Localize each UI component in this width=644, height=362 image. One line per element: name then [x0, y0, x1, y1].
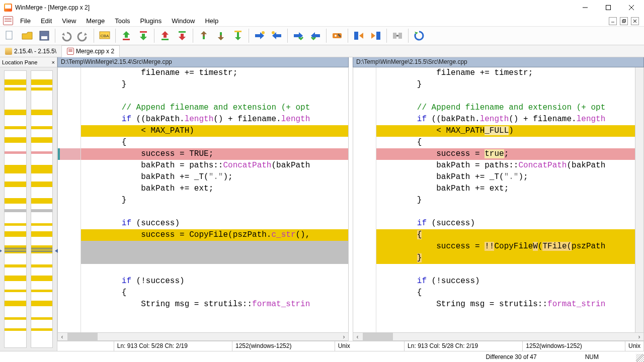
code-line[interactable]: bakPath += ext;	[81, 183, 348, 195]
code-line[interactable]: if ((bakPath.length() + filename.length	[376, 114, 635, 125]
location-strip-right[interactable]	[31, 70, 53, 348]
toolbar-jump-down-button[interactable]	[213, 28, 229, 44]
toolbar-redo-button[interactable]	[75, 28, 91, 44]
toolbar-all-right-button[interactable]	[351, 28, 367, 44]
toolbar-copy-right-adv-button[interactable]	[290, 28, 306, 44]
code-line[interactable]: {	[81, 287, 348, 299]
code-line[interactable]: success = CopyFile(pszPath.c_str(),	[81, 229, 348, 241]
code-line[interactable]: String msg = strutils::format_strin	[376, 299, 635, 310]
document-icon[interactable]	[3, 16, 13, 25]
code-line[interactable]: bakPath = paths::ConcatPath(bakPath	[376, 160, 635, 171]
path-label-right[interactable]: D:\Temp\WinMerge\2.15.5\Src\Merge.cpp	[353, 57, 644, 67]
code-line[interactable]: String msg = strutils::format_strin	[81, 299, 348, 310]
code-line[interactable]: bakPath += _T(".");	[81, 171, 348, 183]
code-line[interactable]: }	[81, 195, 348, 206]
document-tabs: 2.15.4\ - 2.15.5\Merge.cpp x 2	[0, 45, 644, 57]
code-line[interactable]	[81, 206, 348, 218]
code-line[interactable]: filename += timestr;	[81, 67, 348, 79]
location-mark	[5, 290, 26, 293]
code-line[interactable]: filename += timestr;	[376, 67, 635, 79]
toolbar-merge-center-button[interactable]	[389, 28, 406, 44]
code-line[interactable]: if (success)	[81, 218, 348, 229]
code-line[interactable]	[81, 241, 348, 252]
code-line[interactable]: {	[376, 287, 635, 299]
menu-plugins[interactable]: Plugins	[135, 16, 167, 26]
code-line[interactable]: }	[81, 79, 348, 90]
toolbar-copy-right-button[interactable]	[252, 28, 268, 44]
resize-grip-icon[interactable]	[636, 354, 644, 362]
mdi-minimize-button[interactable]	[609, 17, 617, 25]
menu-edit[interactable]: Edit	[36, 16, 57, 26]
code-line[interactable]: }	[376, 79, 635, 90]
toolbar-undo-button[interactable]	[58, 28, 74, 44]
code-line[interactable]: // Append filename and extension (+ opt	[81, 102, 348, 114]
toolbar-diff-next-green-button[interactable]	[135, 28, 151, 44]
code-line[interactable]	[81, 252, 348, 264]
code-line[interactable]: < MAX_PATH_FULL)	[376, 125, 635, 137]
location-strip-left[interactable]	[4, 70, 27, 348]
minimize-button[interactable]	[574, 0, 597, 15]
mdi-close-button[interactable]	[631, 17, 639, 25]
menu-tools[interactable]: Tools	[110, 16, 135, 26]
toolbar-open-button[interactable]	[19, 28, 35, 44]
code-line[interactable]	[376, 206, 635, 218]
menu-file[interactable]: File	[15, 16, 36, 26]
code-line[interactable]: // Append filename and extension (+ opt	[376, 102, 635, 114]
tab-merge-cpp-x-2[interactable]: Merge.cpp x 2	[62, 45, 120, 57]
toolbar-jump-up-button[interactable]	[196, 28, 212, 44]
code-right[interactable]: filename += timestr; } // Append filenam…	[376, 67, 635, 310]
code-line[interactable]: {	[376, 137, 635, 148]
toolbar-copy-left-adv-button[interactable]	[307, 28, 324, 44]
code-line[interactable]: }	[376, 252, 635, 264]
path-label-left[interactable]: D:\Temp\WinMerge\2.15.4\Src\Merge.cpp	[57, 57, 349, 67]
menu-merge[interactable]: Merge	[81, 16, 110, 26]
horizontal-scrollbar-left[interactable]: ‹›	[57, 332, 349, 341]
toolbar-jump-to-button[interactable]	[230, 28, 246, 44]
code-line[interactable]: success = TRUE;	[81, 148, 348, 160]
location-pane-close-icon[interactable]: ×	[52, 59, 55, 65]
code-line[interactable]: if (!success)	[376, 276, 635, 287]
vertical-scrollbar[interactable]	[635, 67, 643, 332]
location-mark	[5, 151, 26, 154]
toolbar-copy-left-button[interactable]	[269, 28, 285, 44]
horizontal-scrollbar-right[interactable]: ‹›	[353, 332, 644, 341]
code-line[interactable]: success = true;	[376, 148, 635, 160]
toolbar-new-button[interactable]	[2, 28, 18, 44]
code-line[interactable]: if (success)	[376, 218, 635, 229]
code-line[interactable]: bakPath += _T(".");	[376, 171, 635, 183]
mdi-restore-button[interactable]	[620, 17, 628, 25]
code-left[interactable]: filename += timestr; } // Append filenam…	[81, 67, 348, 310]
toolbar-refresh-button[interactable]	[411, 28, 427, 44]
toolbar-diff-first-green-button[interactable]	[118, 28, 134, 44]
location-cursor[interactable]	[31, 248, 53, 252]
tab-2-15-4-2-15-5-[interactable]: 2.15.4\ - 2.15.5\	[0, 45, 62, 57]
toolbar-highlight-abc-button[interactable]: CBA	[97, 28, 113, 44]
gutter-cell	[353, 90, 376, 102]
code-pane-right: filename += timestr; } // Append filenam…	[353, 67, 644, 332]
code-line[interactable]	[81, 264, 348, 276]
code-line[interactable]: bakPath += ext;	[376, 183, 635, 195]
toolbar-diff-last-red-button[interactable]	[157, 28, 173, 44]
toolbar-diff-prev-red-button[interactable]	[174, 28, 190, 44]
code-line[interactable]: < MAX_PATH)	[81, 125, 348, 137]
toolbar-settings-wrench-button[interactable]	[329, 28, 345, 44]
code-line[interactable]: if ((bakPath.length() + filename.length	[81, 114, 348, 125]
close-button[interactable]	[620, 0, 643, 15]
code-line[interactable]	[81, 90, 348, 102]
gutter-cell	[353, 148, 376, 160]
location-cursor[interactable]	[5, 248, 26, 252]
toolbar-all-left-button[interactable]	[368, 28, 384, 44]
toolbar-save-button[interactable]	[36, 28, 52, 44]
code-line[interactable]: {	[376, 229, 635, 241]
code-line[interactable]	[376, 90, 635, 102]
code-line[interactable]	[376, 264, 635, 276]
menu-window[interactable]: Window	[167, 16, 200, 26]
code-line[interactable]: }	[376, 195, 635, 206]
maximize-button[interactable]	[597, 0, 620, 15]
code-line[interactable]: success = !!CopyFileW(TFile(pszPath	[376, 241, 635, 252]
menu-help[interactable]: Help	[200, 16, 223, 26]
code-line[interactable]: bakPath = paths::ConcatPath(bakPath	[81, 160, 348, 171]
code-line[interactable]: {	[81, 137, 348, 148]
code-line[interactable]: if (!success)	[81, 276, 348, 287]
menu-view[interactable]: View	[57, 16, 81, 26]
